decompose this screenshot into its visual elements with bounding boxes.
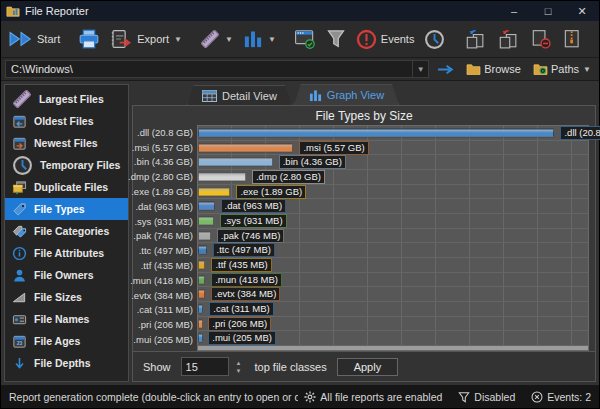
start-button[interactable]: Start (4, 28, 65, 50)
path-input[interactable] (6, 63, 412, 75)
y-axis-label: .msi (5.57 GB) (135, 140, 197, 155)
clock-icon (424, 29, 445, 50)
bar-dat[interactable] (198, 202, 215, 211)
bar-data-label: .cat (311 MB) (209, 302, 273, 316)
bar-mui[interactable] (198, 334, 203, 343)
events-button[interactable]: Events (351, 26, 420, 53)
bar-evtx[interactable] (198, 290, 205, 299)
tab-label: Graph View (327, 89, 384, 101)
sidebar-item-file-types[interactable]: File Types (5, 198, 128, 220)
sidebar-item-label: File Categories (34, 225, 109, 237)
tab-detail-view[interactable]: Detail View (187, 85, 292, 105)
bar-cat[interactable] (198, 304, 203, 313)
path-dropdown-icon[interactable]: ▼ (412, 61, 428, 77)
close-button[interactable]: ✕ (565, 1, 599, 21)
bar-ttc[interactable] (198, 246, 207, 255)
events-status[interactable]: Events: 2 (531, 391, 591, 403)
filter-button[interactable] (321, 26, 351, 52)
window-check-button[interactable] (289, 26, 321, 52)
clock-button[interactable] (419, 26, 450, 53)
report-sidebar: Largest FilesOldest FilesNewest FilesTem… (4, 84, 129, 382)
title-bar: File Reporter – □ ✕ (1, 1, 599, 21)
sidebar-item-oldest-files[interactable]: Oldest Files (5, 110, 128, 132)
export-icon (110, 29, 133, 49)
chart-plot-area: .dll (20.8 GB).msi (5.57 GB).bin (4.36 G… (197, 125, 589, 351)
bar-chart-icon (243, 29, 263, 49)
bar-pak[interactable] (198, 231, 211, 240)
bar-exe[interactable] (198, 187, 230, 196)
bar-data-label: .mun (418 MB) (211, 273, 282, 287)
address-bar: ▼ Browse Paths ▼ (1, 58, 599, 81)
bar-dll[interactable] (198, 128, 554, 137)
sidebar-item-file-categories[interactable]: File Categories (5, 220, 128, 242)
sidebar-item-file-ages[interactable]: 23File Ages (5, 330, 128, 352)
path-combo: ▼ (5, 60, 429, 78)
y-axis-label: .mui (205 MB) (135, 332, 197, 347)
bar-sys[interactable] (198, 216, 214, 225)
duplicate-icon (12, 180, 27, 195)
top-file-classes-label: top file classes (254, 361, 326, 373)
window-controls: – □ ✕ (497, 1, 599, 21)
spin-up-icon[interactable]: ▲ (233, 359, 245, 367)
doc-remove-button[interactable] (524, 26, 557, 52)
bar-data-label: .ttf (435 MB) (211, 258, 271, 272)
y-axis-label: .exe (1.89 GB) (135, 184, 197, 199)
top-classes-spinbox: ▲▼ (181, 357, 245, 376)
bar-pri[interactable] (198, 319, 203, 328)
bar-chart-button[interactable]: ▼ (238, 26, 281, 52)
sidebar-item-duplicate-files[interactable]: Duplicate Files (5, 176, 128, 198)
sidebar-item-label: Largest Files (39, 93, 104, 105)
sidebar-item-label: Duplicate Files (34, 181, 108, 193)
export-button[interactable]: Export▼ (105, 26, 187, 52)
bar-msi[interactable] (198, 143, 293, 152)
sidebar-item-file-attributes[interactable]: File Attributes (5, 242, 128, 264)
copy-in-button[interactable] (458, 26, 491, 52)
calendar-back-icon (12, 114, 27, 129)
bar-bin[interactable] (198, 158, 273, 167)
doc-zip-button[interactable] (557, 26, 587, 52)
apply-button[interactable]: Apply (337, 358, 399, 376)
info-icon (12, 246, 27, 261)
ruler-button[interactable]: ▼ (195, 26, 238, 52)
toolbar-button-label: Export (137, 33, 169, 45)
tab-graph-view[interactable]: Graph View (294, 84, 399, 105)
sidebar-item-file-names[interactable]: File Names (5, 308, 128, 330)
toolbar-button-label: Start (37, 33, 60, 45)
file-reporter-window: File Reporter – □ ✕ StartExport▼▼▼Events… (0, 0, 600, 409)
sidebar-item-label: Newest Files (34, 137, 98, 149)
spin-down-icon[interactable]: ▼ (233, 367, 245, 375)
bar-ttf[interactable] (198, 260, 205, 269)
go-button[interactable] (433, 63, 458, 76)
sidebar-item-file-depths[interactable]: File Depths (5, 352, 128, 374)
maximize-button[interactable]: □ (531, 1, 565, 21)
nametag-icon (12, 312, 27, 327)
y-axis-label: .bin (4.36 GB) (135, 155, 197, 170)
paths-button[interactable]: Paths ▼ (529, 62, 595, 76)
sidebar-item-file-owners[interactable]: File Owners (5, 264, 128, 286)
bar-data-label: .mui (205 MB) (208, 331, 276, 345)
sidebar-item-label: File Attributes (34, 247, 104, 259)
spinner-arrows[interactable]: ▲▼ (233, 357, 245, 376)
sidebar-item-largest-files[interactable]: Largest Files (5, 88, 128, 110)
y-axis-label: .dat (963 MB) (135, 199, 197, 214)
ruler-icon (12, 89, 32, 109)
browse-button[interactable]: Browse (462, 62, 525, 76)
sidebar-item-label: Temporary Files (40, 159, 120, 171)
copy-in-icon (463, 29, 486, 49)
bar-mun[interactable] (198, 275, 205, 284)
help-button[interactable]: ? (595, 25, 600, 53)
y-axis-label: .ttc (497 MB) (135, 243, 197, 258)
sidebar-item-label: File Ages (34, 335, 80, 347)
copy-out-button[interactable] (491, 26, 524, 52)
top-classes-input[interactable] (181, 357, 229, 376)
minimize-button[interactable]: – (497, 1, 531, 21)
bar-dmp[interactable] (198, 172, 246, 181)
dropdown-caret-icon: ▼ (174, 35, 182, 44)
bar-data-label: .evtx (384 MB) (211, 287, 281, 301)
toolbar-button-label: Events (381, 33, 415, 45)
sidebar-item-temporary-files[interactable]: Temporary Files (5, 154, 128, 176)
sidebar-item-file-sizes[interactable]: File Sizes (5, 286, 128, 308)
print-button[interactable] (73, 26, 105, 52)
sidebar-item-newest-files[interactable]: Newest Files (5, 132, 128, 154)
bar-data-label: .sys (931 MB) (220, 214, 287, 228)
